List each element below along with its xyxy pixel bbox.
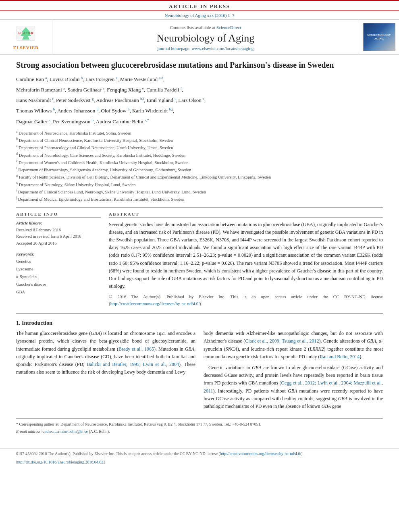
history-label: Article history: <box>16 221 101 225</box>
keyword-alpha-synuclein: α-Synuclein <box>16 273 101 281</box>
page-footer: 0197-4580/© 2016 The Author(s). Publishe… <box>0 449 399 467</box>
introduction-body: The human glucocerebrosidase gene (GBA) … <box>16 330 383 414</box>
authors-section: Caroline Ran a, Lovisa Brodin b, Lars Fo… <box>16 75 383 126</box>
article-in-press-banner: ARTICLE IN PRESS <box>0 0 399 11</box>
journal-title: Neurobiology of Aging <box>157 32 255 44</box>
journal-cover-image: NEUROBIOLOGY AGING <box>363 23 395 51</box>
authors-line-2: Mehrafarin Ramezani a, Sandra Gellhaar a… <box>16 85 383 94</box>
authors-line-5: Dagmar Galter a, Per Svenningsson b, And… <box>16 117 383 126</box>
affiliation-i: i Department of Clinical Sciences Lund, … <box>16 188 383 195</box>
abstract-column: ABSTRACT Several genetic studies have de… <box>109 212 383 310</box>
journal-header: ELSEVIER ELSEVIER Contents lists availab… <box>0 19 399 55</box>
affiliations: a Department of Neuroscience, Karolinska… <box>16 129 383 203</box>
footer-license-link[interactable]: http://creativecommons.org/licenses/by-n… <box>220 451 301 456</box>
keyword-gaucher: Gaucher's disease <box>16 281 101 289</box>
keywords-label: Keywords: <box>16 252 101 256</box>
revised-date: Received in revised form 6 April 2016 <box>16 233 101 240</box>
sciencedirect-line: Contents lists available at ScienceDirec… <box>170 25 241 30</box>
cover-line2: AGING <box>374 37 384 41</box>
journal-cover-section: NEUROBIOLOGY AGING <box>359 20 399 54</box>
article-title: Strong association between glucocerebros… <box>16 60 383 70</box>
keyword-lysosome: Lysosome <box>16 266 101 273</box>
doi-text: Neurobiology of Aging xxx (2016) 1–7 <box>164 13 234 18</box>
affiliation-e: e Department of Women's and Children's H… <box>16 159 383 166</box>
abstract-paragraph: Several genetic studies have demonstrate… <box>109 221 383 291</box>
elsevier-logo: ELSEVIER ELSEVIER <box>13 24 39 50</box>
article-content: Strong association between glucocerebros… <box>0 55 399 444</box>
authors-line-4: Thomas Willows b, Anders Johansson b, Ol… <box>16 106 383 115</box>
authors-line-1: Caroline Ran a, Lovisa Brodin b, Lars Fo… <box>16 75 383 84</box>
introduction-heading: 1. Introduction <box>16 320 383 326</box>
email-link[interactable]: andrea.carmine.belin@ki.se <box>43 429 88 434</box>
intro-col-right: body dementia with Alzheimer-like neurop… <box>204 330 383 414</box>
elsevier-logo-section: ELSEVIER ELSEVIER <box>0 20 52 54</box>
intro-para-3: Genetic variations in GBA are known to a… <box>204 364 383 410</box>
received-date: Received 8 February 2016 <box>16 227 101 234</box>
article-info-column: ARTICLE INFO Article history: Received 8… <box>16 212 101 310</box>
elsevier-tree-icon: ELSEVIER <box>14 24 38 44</box>
affiliation-h: h Department of Neurology, Skåne Univers… <box>16 181 383 188</box>
intro-para-1: The human glucocerebrosidase gene (GBA) … <box>16 330 195 376</box>
clark-ref[interactable]: Clark et al., 2009; Tsuang et al., 2012 <box>245 338 319 344</box>
footnotes-section: * Corresponding author at: Department of… <box>16 418 383 435</box>
open-access-link[interactable]: http://creativecommons.org/licenses/by-n… <box>110 301 200 306</box>
affiliation-f: f Department of Pharmacology, Sahlgrensk… <box>16 166 383 173</box>
affiliation-j: j Department of Medical Epidemiology and… <box>16 195 383 203</box>
doi-line: Neurobiology of Aging xxx (2016) 1–7 <box>0 11 399 19</box>
sciencedirect-prefix: Contents lists available at <box>170 25 215 30</box>
abstract-heading: ABSTRACT <box>109 212 383 218</box>
affiliation-d: d Department of Neurobiology, Care Scien… <box>16 152 383 159</box>
cover-line1: NEUROBIOLOGY <box>367 33 391 37</box>
affiliation-a: a Department of Neuroscience, Karolinska… <box>16 129 383 137</box>
corresponding-author-note: * Corresponding author at: Department of… <box>16 421 383 428</box>
sciencedirect-link[interactable]: ScienceDirect <box>216 25 241 30</box>
footer-doi-link[interactable]: http://dx.doi.org/10.1016/j.neurobiolagi… <box>16 460 105 464</box>
affiliation-b: b Department of Clinical Neuroscience, K… <box>16 137 383 144</box>
email-note: E-mail address: andrea.carmine.belin@ki.… <box>16 428 383 435</box>
article-info-heading: ARTICLE INFO <box>16 212 101 218</box>
intro-para-2: body dementia with Alzheimer-like neurop… <box>204 330 383 361</box>
keyword-genetics: Genetics <box>16 258 101 266</box>
divider-2 <box>16 313 383 314</box>
footer-issn: 0197-4580/© 2016 The Author(s). Publishe… <box>16 451 303 456</box>
balicki-ref[interactable]: Balicki and Beutler, 1995; Lwin et al., … <box>87 362 179 367</box>
journal-header-center: Contents lists available at ScienceDirec… <box>52 20 359 54</box>
introduction-section: 1. Introduction The human glucocerebrosi… <box>16 320 383 414</box>
keywords-section: Keywords: Genetics Lysosome α-Synuclein … <box>16 252 101 296</box>
article-info-abstract-section: ARTICLE INFO Article history: Received 8… <box>16 212 383 310</box>
journal-homepage: journal homepage: www.elsevier.com/locat… <box>158 46 254 51</box>
affiliation-c: c Department of Pharmacology and Clinica… <box>16 144 383 151</box>
intro-col-left: The human glucocerebrosidase gene (GBA) … <box>16 330 195 414</box>
open-access-note: © 2016 The Author(s). Published by Elsev… <box>109 293 383 307</box>
authors-line-3: Hans Nissbrandt f, Peter Söderkvist g, A… <box>16 96 383 105</box>
abstract-text: Several genetic studies have demonstrate… <box>109 221 383 307</box>
ran-belin-ref[interactable]: Ran and Belin, 2014 <box>320 354 360 360</box>
journal-homepage-link[interactable]: journal homepage: www.elsevier.com/locat… <box>158 46 254 51</box>
accepted-date: Accepted 26 April 2016 <box>16 240 101 247</box>
elsevier-text-label: ELSEVIER <box>13 45 39 50</box>
divider-1 <box>16 207 383 208</box>
affiliation-g: g Faculty of Health Sciences, Division o… <box>16 173 383 181</box>
keyword-gba: GBA <box>16 289 101 296</box>
brady-ref[interactable]: Brady et al., 1965 <box>118 346 154 352</box>
banner-label: ARTICLE IN PRESS <box>169 3 230 9</box>
